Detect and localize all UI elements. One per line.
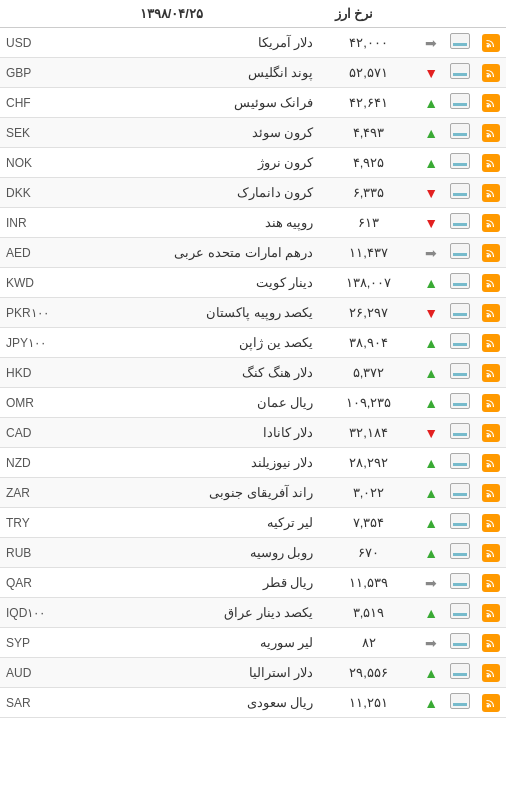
svg-point-10 xyxy=(487,344,490,347)
currency-code: AED xyxy=(0,238,60,268)
table-row: ▲۳,۰۲۲راند آفریقای جنوبیZAR xyxy=(0,478,506,508)
currency-value: ۴۲,۰۰۰ xyxy=(319,28,418,58)
table-row: ▲۱۱,۲۵۱ریال سعودیSAR xyxy=(0,688,506,718)
trend-arrow: ▼ xyxy=(418,418,444,448)
rss-icon[interactable] xyxy=(476,538,506,568)
svg-point-17 xyxy=(487,554,490,557)
rss-icon[interactable] xyxy=(476,418,506,448)
trend-arrow: ▲ xyxy=(418,688,444,718)
chart-icon[interactable] xyxy=(444,388,476,418)
rss-icon[interactable] xyxy=(476,508,506,538)
currency-value: ۴۲,۶۴۱ xyxy=(319,88,418,118)
currency-name: دلار آمریکا xyxy=(60,28,319,58)
rss-icon[interactable] xyxy=(476,598,506,628)
svg-point-1 xyxy=(487,74,490,77)
table-row: ▼۶۱۳روپیه هندINR xyxy=(0,208,506,238)
chart-icon[interactable] xyxy=(444,568,476,598)
currency-name: ریال سعودی xyxy=(60,688,319,718)
currency-value: ۷,۳۵۴ xyxy=(319,508,418,538)
trend-arrow: ▲ xyxy=(418,448,444,478)
table-row: ▲۴۲,۶۴۱فرانک سوئیسCHF xyxy=(0,88,506,118)
currency-name: ریال قطر xyxy=(60,568,319,598)
currency-value: ۱۱,۵۳۹ xyxy=(319,568,418,598)
currency-name: راند آفریقای جنوبی xyxy=(60,478,319,508)
rss-icon[interactable] xyxy=(476,328,506,358)
currency-code: TRY xyxy=(0,508,60,538)
table-row: ▲۵,۳۷۲دلار هنگ کنگHKD xyxy=(0,358,506,388)
currency-value: ۴,۹۲۵ xyxy=(319,148,418,178)
rss-icon[interactable] xyxy=(476,208,506,238)
table-row: ▲۷,۳۵۴لیر ترکیهTRY xyxy=(0,508,506,538)
rss-icon[interactable] xyxy=(476,88,506,118)
chart-icon[interactable] xyxy=(444,298,476,328)
rss-icon[interactable] xyxy=(476,688,506,718)
rss-icon[interactable] xyxy=(476,178,506,208)
rss-icon[interactable] xyxy=(476,358,506,388)
svg-point-3 xyxy=(487,134,490,137)
rss-icon[interactable] xyxy=(476,238,506,268)
chart-icon[interactable] xyxy=(444,88,476,118)
chart-icon[interactable] xyxy=(444,688,476,718)
svg-point-7 xyxy=(487,254,490,257)
chart-icon[interactable] xyxy=(444,418,476,448)
rss-icon[interactable] xyxy=(476,298,506,328)
currency-code: AUD xyxy=(0,658,60,688)
chart-icon[interactable] xyxy=(444,58,476,88)
table-row: ▼۳۲,۱۸۴دلار کاناداCAD xyxy=(0,418,506,448)
svg-point-12 xyxy=(487,404,490,407)
chart-icon[interactable] xyxy=(444,478,476,508)
currency-name: پوند انگلیس xyxy=(60,58,319,88)
chart-icon[interactable] xyxy=(444,628,476,658)
rss-icon[interactable] xyxy=(476,448,506,478)
trend-arrow: ➡ xyxy=(418,28,444,58)
svg-point-11 xyxy=(487,374,490,377)
chart-icon[interactable] xyxy=(444,658,476,688)
header-date: ۱۳۹۸/۰۴/۲۵ xyxy=(8,6,335,21)
rss-icon[interactable] xyxy=(476,118,506,148)
chart-icon[interactable] xyxy=(444,598,476,628)
chart-icon[interactable] xyxy=(444,448,476,478)
currency-name: ریال عمان xyxy=(60,388,319,418)
chart-icon[interactable] xyxy=(444,208,476,238)
trend-arrow: ▲ xyxy=(418,598,444,628)
rss-icon[interactable] xyxy=(476,268,506,298)
rss-icon[interactable] xyxy=(476,478,506,508)
trend-arrow: ▲ xyxy=(418,118,444,148)
rss-icon[interactable] xyxy=(476,628,506,658)
trend-arrow: ➡ xyxy=(418,568,444,598)
rss-icon[interactable] xyxy=(476,388,506,418)
table-row: ➡۸۲لیر سوریهSYP xyxy=(0,628,506,658)
table-row: ▲۳۸,۹۰۴یکصد ین ژاپنJPY۱۰۰ xyxy=(0,328,506,358)
trend-arrow: ▲ xyxy=(418,658,444,688)
chart-icon[interactable] xyxy=(444,508,476,538)
exchange-rate-table: ➡۴۲,۰۰۰دلار آمریکاUSD▼۵۲,۵۷۱پوند انگلیسG… xyxy=(0,28,506,718)
chart-icon[interactable] xyxy=(444,268,476,298)
currency-code: PKR۱۰۰ xyxy=(0,298,60,328)
page-header: نرخ ارز ۱۳۹۸/۰۴/۲۵ xyxy=(0,0,506,28)
chart-icon[interactable] xyxy=(444,358,476,388)
currency-name: روبل روسیه xyxy=(60,538,319,568)
chart-icon[interactable] xyxy=(444,238,476,268)
svg-point-15 xyxy=(487,494,490,497)
trend-arrow: ▼ xyxy=(418,298,444,328)
trend-arrow: ▼ xyxy=(418,58,444,88)
svg-point-19 xyxy=(487,614,490,617)
currency-value: ۶۷۰ xyxy=(319,538,418,568)
chart-icon[interactable] xyxy=(444,148,476,178)
currency-name: یکصد دینار عراق xyxy=(60,598,319,628)
trend-arrow: ▲ xyxy=(418,388,444,418)
rss-icon[interactable] xyxy=(476,58,506,88)
rss-icon[interactable] xyxy=(476,568,506,598)
chart-icon[interactable] xyxy=(444,538,476,568)
chart-icon[interactable] xyxy=(444,118,476,148)
currency-code: NZD xyxy=(0,448,60,478)
table-row: ▲۱۰۹,۲۳۵ریال عمانOMR xyxy=(0,388,506,418)
rss-icon[interactable] xyxy=(476,28,506,58)
chart-icon[interactable] xyxy=(444,28,476,58)
rss-icon[interactable] xyxy=(476,658,506,688)
chart-icon[interactable] xyxy=(444,328,476,358)
chart-icon[interactable] xyxy=(444,178,476,208)
trend-arrow: ▲ xyxy=(418,328,444,358)
table-row: ▼۵۲,۵۷۱پوند انگلیسGBP xyxy=(0,58,506,88)
rss-icon[interactable] xyxy=(476,148,506,178)
